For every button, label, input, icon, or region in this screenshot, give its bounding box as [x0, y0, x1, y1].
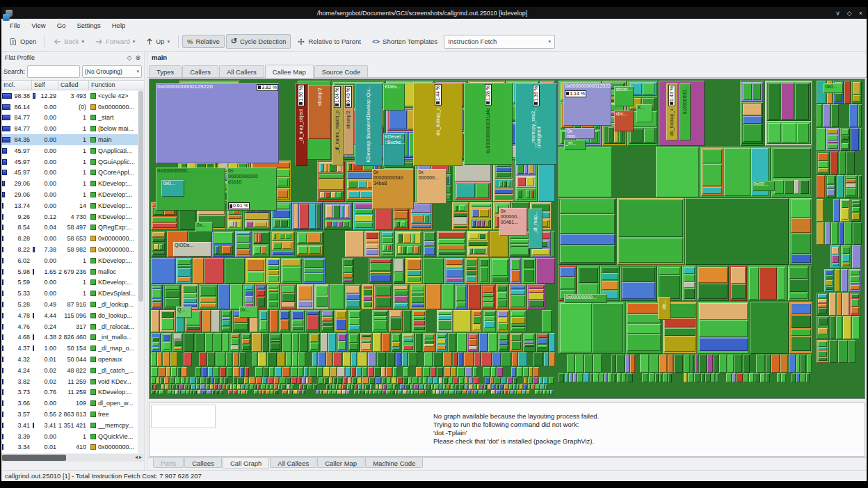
treemap-block[interactable]: [298, 367, 303, 377]
treemap-block[interactable]: [271, 390, 273, 393]
treemap-block[interactable]: [226, 384, 230, 389]
treemap-block[interactable]: [411, 286, 424, 291]
treemap-block[interactable]: [584, 373, 589, 382]
treemap-block[interactable]: [262, 246, 266, 254]
treemap-block[interactable]: [152, 232, 165, 237]
treemap-block[interactable]: [472, 209, 479, 217]
treemap-block[interactable]: [282, 267, 300, 282]
treemap-block[interactable]: [402, 333, 415, 351]
treemap-block[interactable]: [453, 161, 493, 202]
treemap-block[interactable]: [412, 310, 426, 333]
treemap-block[interactable]: [273, 210, 290, 217]
treemap-block[interactable]: [495, 179, 513, 188]
treemap-block[interactable]: [782, 123, 796, 143]
treemap-block[interactable]: [528, 377, 533, 384]
treemap-block[interactable]: [858, 175, 862, 198]
treemap-block[interactable]: [484, 321, 495, 328]
treemap-block[interactable]: [320, 390, 323, 393]
treemap-block[interactable]: [511, 317, 525, 324]
treemap-block[interactable]: [218, 284, 230, 309]
treemap-block[interactable]: [743, 124, 762, 143]
treemap-block[interactable]: [321, 310, 333, 333]
treemap-block[interactable]: [446, 266, 463, 268]
treemap-block[interactable]: [394, 259, 403, 272]
menu-go[interactable]: Go: [51, 20, 72, 31]
treemap-block[interactable]: [323, 367, 330, 377]
treemap-block[interactable]: [292, 320, 303, 326]
table-row[interactable]: 8.227.3858 9820x0000000...: [1, 244, 144, 255]
chevron-down-icon[interactable]: ▾: [81, 39, 84, 44]
treemap-block[interactable]: [268, 266, 279, 270]
treemap-block[interactable]: [698, 267, 728, 283]
treemap-block[interactable]: [481, 384, 483, 389]
treemap-block[interactable]: [760, 267, 777, 299]
treemap-block[interactable]: [801, 373, 806, 382]
treemap-block[interactable]: [640, 355, 649, 373]
treemap-block[interactable]: [312, 352, 317, 366]
treemap-block[interactable]: [183, 298, 197, 303]
treemap-block[interactable]: [292, 352, 297, 366]
treemap-block[interactable]: [827, 189, 835, 196]
relative-toggle[interactable]: % Relative: [182, 35, 225, 48]
treemap-block[interactable]: [403, 338, 413, 342]
treemap-block[interactable]: [719, 355, 727, 373]
treemap-block[interactable]: [437, 310, 453, 333]
treemap-block[interactable]: [233, 384, 236, 389]
treemap-block[interactable]: [346, 294, 360, 300]
treemap-block[interactable]: [292, 311, 303, 319]
treemap-block[interactable]: [287, 377, 291, 384]
treemap-block[interactable]: [152, 223, 177, 228]
treemap-block[interactable]: [698, 302, 749, 354]
treemap-block[interactable]: [659, 355, 668, 373]
treemap-block[interactable]: [244, 377, 248, 384]
treemap-block[interactable]: [199, 284, 217, 309]
treemap-block[interactable]: [333, 205, 339, 218]
treemap-block[interactable]: [342, 384, 346, 389]
treemap-block[interactable]: [182, 367, 187, 377]
treemap-block[interactable]: [212, 231, 234, 257]
treemap-block[interactable]: [331, 192, 336, 199]
table-row[interactable]: 8.540.0458 497QRegExp:...: [1, 222, 144, 234]
treemap-block[interactable]: [479, 390, 483, 393]
table-row[interactable]: 4.371.0050 154_dl_map_o...: [1, 343, 144, 354]
treemap-block[interactable]: [833, 199, 839, 222]
treemap-block[interactable]: [325, 220, 351, 228]
treemap-block[interactable]: [575, 355, 584, 373]
chevron-down-icon[interactable]: ▾: [167, 39, 170, 44]
horizontal-scrollbar[interactable]: ◂▸: [1, 454, 144, 462]
treemap-block[interactable]: [394, 211, 408, 219]
treemap-block[interactable]: [682, 266, 697, 300]
treemap-block[interactable]: [259, 390, 262, 393]
treemap-block[interactable]: [271, 340, 280, 342]
treemap-block[interactable]: [222, 327, 230, 331]
treemap-block[interactable]: [622, 267, 655, 282]
treemap-block[interactable]: [694, 373, 700, 382]
treemap-block[interactable]: [243, 284, 254, 309]
chevron-down-icon[interactable]: ▾: [133, 39, 136, 44]
treemap-block[interactable]: [743, 116, 762, 123]
treemap-block[interactable]: [161, 311, 173, 318]
treemap-block[interactable]: [307, 384, 312, 389]
treemap-block[interactable]: [233, 352, 239, 366]
treemap-block[interactable]: [741, 102, 763, 145]
treemap-block[interactable]: [438, 320, 451, 331]
treemap-block[interactable]: [355, 222, 373, 227]
treemap-block[interactable]: [211, 310, 220, 333]
treemap-block[interactable]: [396, 232, 421, 244]
treemap-block[interactable]: [785, 180, 794, 194]
treemap-block[interactable]: [307, 316, 319, 330]
treemap-block[interactable]: [479, 209, 489, 217]
treemap-block[interactable]: [558, 198, 616, 266]
treemap-block[interactable]: [491, 367, 496, 377]
treemap-block[interactable]: [483, 390, 487, 393]
treemap-block[interactable]: [453, 310, 471, 333]
treemap-block[interactable]: [152, 217, 177, 222]
treemap-block[interactable]: [241, 390, 246, 393]
treemap-block[interactable]: [297, 284, 314, 309]
treemap-block[interactable]: [373, 316, 387, 319]
treemap-block[interactable]: [336, 319, 346, 331]
treemap-block[interactable]: [627, 324, 661, 334]
treemap-block[interactable]: [826, 275, 833, 279]
treemap-block[interactable]: [183, 286, 197, 292]
treemap-block[interactable]: [826, 270, 833, 275]
